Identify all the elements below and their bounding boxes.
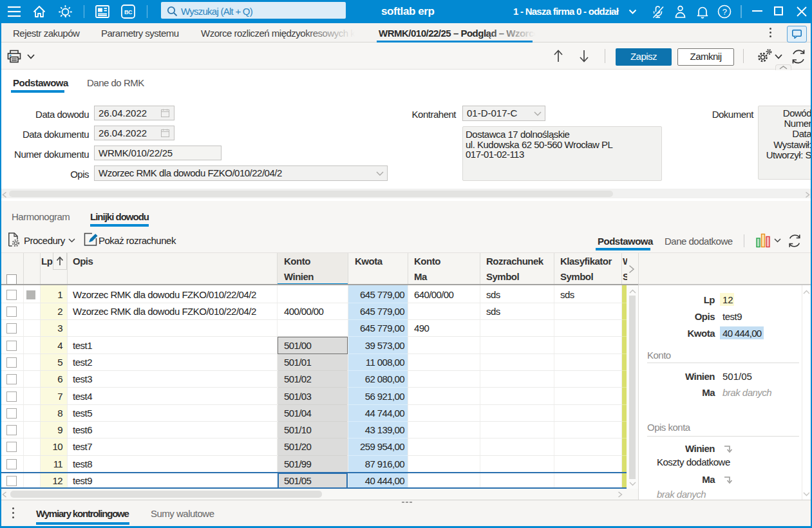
svg-text:?: ? bbox=[722, 7, 727, 17]
svg-text:BC: BC bbox=[124, 9, 133, 15]
